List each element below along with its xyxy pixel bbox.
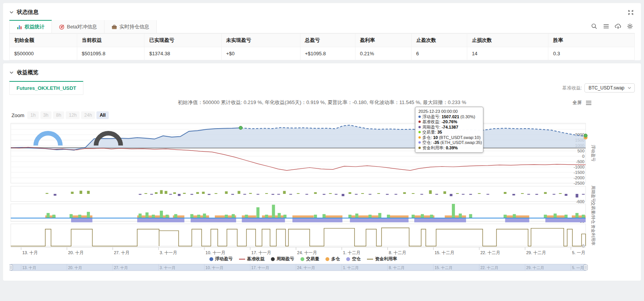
zoom-controls: Zoom 1h3h8h12h24hAll — [12, 111, 110, 119]
zoom-button-3h: 3h — [40, 111, 51, 119]
volume-bar — [190, 214, 193, 218]
multi-pane-stock-chart[interactable]: 2000150010005000-500-1000-1500-2000-2500… — [9, 108, 597, 273]
period-pnl-bar — [231, 194, 234, 195]
tab-equity-stats[interactable]: 权益统计 — [9, 20, 52, 33]
x-axis-label: 10. 十一月 — [206, 250, 225, 255]
axis-tick-label: -500 — [576, 159, 584, 164]
legend-item[interactable]: 基准收益 — [239, 256, 265, 262]
volume-bar — [265, 215, 268, 218]
briefcase-icon — [111, 24, 117, 30]
navigator-label: 3. 十一月 — [160, 266, 176, 270]
x-axis-label: 15. 十二月 — [435, 250, 454, 255]
navigator[interactable]: 13. 十月20. 十月27. 十月3. 十一月10. 十一月17. 十一月24… — [9, 264, 588, 271]
period-pnl-bar — [349, 192, 351, 194]
fullscreen-button[interactable]: 全屏 — [573, 99, 582, 106]
short-position-band — [191, 218, 236, 222]
legend-marker-icon — [300, 257, 304, 261]
chart-menu-icon[interactable] — [586, 100, 592, 106]
expand-icon[interactable] — [627, 9, 634, 16]
period-pnl-bar — [243, 194, 246, 195]
tab-futures-okx-eth-usdt[interactable]: Futures_OKX.ETH_USDT — [9, 81, 83, 95]
chart-title: 初始净值：500000 累计收益: 0.219 %, 年化收益(365天)：0.… — [9, 99, 635, 107]
table-cell: +$0 — [221, 47, 300, 60]
end-marker-green — [584, 134, 588, 137]
period-pnl-bar — [329, 193, 332, 194]
returns-panel: 收益概览 Futures_OKX.ETH_USDT 基准收益: BTC_USDT… — [3, 63, 641, 281]
period-pnl-bar — [225, 191, 228, 194]
status-panel: 状态信息 权益统计 — [3, 3, 641, 60]
pane-axis-title: 交易量/持仓 — [591, 202, 596, 224]
axis-tick-label: 0 — [582, 154, 584, 159]
period-pnl-bar — [544, 192, 547, 194]
period-pnl-bar — [504, 192, 506, 194]
column-header: 止盈次数 — [412, 34, 467, 47]
period-pnl-bar — [395, 194, 397, 195]
legend-item[interactable]: 周期盈亏 — [271, 256, 294, 262]
long-position-band — [324, 215, 342, 218]
volume-bar — [349, 215, 352, 218]
period-pnl-bar — [582, 194, 585, 195]
navigator-label: 13. 十月 — [22, 266, 37, 270]
period-pnl-bar — [513, 194, 515, 195]
pane-axis-title: 浮动盈亏 — [591, 145, 596, 162]
period-pnl-bar — [178, 194, 181, 196]
volume-bar — [225, 215, 228, 218]
legend-item[interactable]: 交易量 — [300, 256, 320, 262]
legend-item[interactable]: 浮动盈亏 — [209, 256, 233, 262]
volume-bar — [245, 215, 248, 218]
short-position-band — [242, 218, 285, 222]
period-pnl-bar — [265, 193, 268, 194]
long-position-band — [292, 215, 314, 218]
table-cell: $1374.38 — [144, 47, 221, 60]
tab-realtime-positions[interactable]: 实时持仓信息 — [105, 20, 157, 33]
axis-tick-label: -2000 — [574, 175, 584, 180]
volume-bar — [430, 215, 433, 218]
legend-label: 空仓 — [352, 256, 361, 262]
menu-icon[interactable] — [603, 23, 609, 30]
period-pnl-bar — [183, 193, 186, 194]
x-axis-label: 8. 十二月 — [389, 250, 406, 255]
cloud-download-icon[interactable] — [615, 23, 621, 30]
period-pnl-bar — [355, 194, 358, 195]
search-icon[interactable] — [591, 23, 598, 30]
legend-item[interactable]: 多仓 — [325, 256, 340, 262]
table-cell: 0.3 — [548, 47, 635, 60]
table-row: $500000$501095.8$1374.38+$0+$1095.80.21%… — [10, 47, 635, 60]
period-pnl-bar — [462, 194, 465, 195]
period-pnl-bar — [160, 190, 163, 194]
gear-icon[interactable] — [627, 23, 633, 30]
short-position-band — [137, 218, 184, 222]
legend-item[interactable]: 资金利用率 — [367, 256, 397, 262]
period-pnl-bar — [527, 194, 530, 195]
navigator-handle-left[interactable] — [9, 265, 13, 270]
returns-chart-area: 初始净值：500000 累计收益: 0.219 %, 年化收益(365天)：0.… — [9, 99, 635, 275]
navigator-label: 29. 十二月 — [526, 266, 544, 270]
volume-bar — [368, 215, 372, 218]
period-pnl-bar — [361, 193, 364, 194]
volume-bar — [272, 205, 275, 218]
legend-marker-icon — [346, 257, 350, 261]
zoom-button-all[interactable]: All — [96, 111, 108, 119]
short-position-band — [71, 218, 92, 222]
period-pnl-bar — [377, 193, 380, 194]
period-pnl-bar — [272, 194, 274, 195]
collapse-chevron-icon[interactable] — [9, 70, 14, 75]
navigator-handle-right[interactable] — [584, 265, 588, 270]
zoom-button-24h: 24h — [81, 111, 95, 119]
period-pnl-bar — [486, 194, 489, 195]
period-pnl-bar — [386, 194, 388, 195]
period-pnl-bar — [283, 191, 286, 194]
benchmark-select[interactable]: BTC_USDT.swap — [584, 83, 635, 93]
status-tabs: 权益统计 Beta对冲信息 实时持仓信息 — [9, 20, 635, 33]
volume-bar — [232, 214, 235, 218]
period-pnl-bar — [456, 193, 459, 194]
period-pnl-bar — [202, 192, 205, 194]
volume-bar — [314, 215, 317, 218]
period-pnl-bar — [559, 193, 562, 194]
legend-item[interactable]: 空仓 — [346, 256, 361, 262]
tab-beta-hedge[interactable]: Beta对冲信息 — [52, 20, 105, 33]
volume-bar — [78, 215, 81, 218]
collapse-chevron-icon[interactable] — [9, 10, 14, 15]
period-pnl-bar — [289, 194, 292, 195]
short-position-band — [545, 218, 586, 222]
